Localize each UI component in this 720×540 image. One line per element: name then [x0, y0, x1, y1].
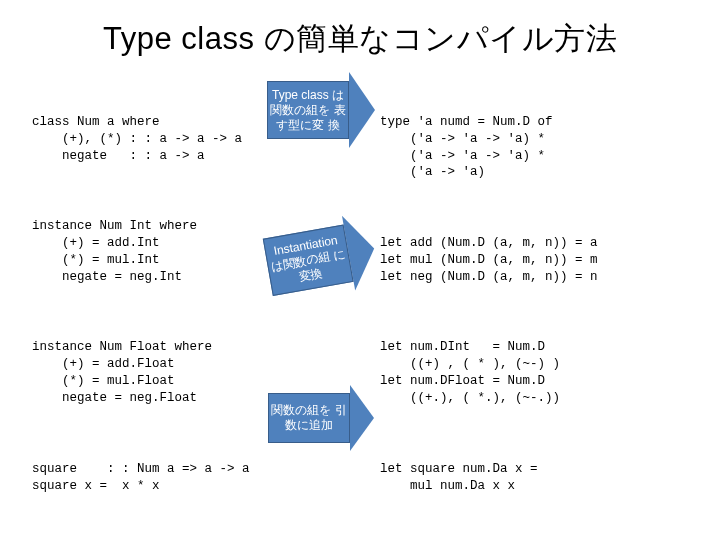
right-column: type 'a numd = Num.D of ('a -> 'a -> 'a)…	[380, 80, 688, 528]
code-class-num: class Num a where (+), (*) : : a -> a ->…	[32, 114, 262, 165]
middle-column: Type class は 関数の組を 表す型に変 換 Instantiation…	[266, 80, 376, 528]
arrow-add-arg: 関数の組を 引数に追加	[266, 385, 376, 451]
arrow-instantiation: Instantiation は関数の組 に変換	[266, 220, 376, 296]
arrow-typeclass: Type class は 関数の組を 表す型に変 換	[266, 72, 376, 148]
slide-title: Type class の簡単なコンパイル方法	[32, 18, 688, 60]
columns: class Num a where (+), (*) : : a -> a ->…	[32, 80, 688, 528]
arrow-add-arg-label: 関数の組を 引数に追加	[269, 403, 349, 433]
arrow-instantiation-label: Instantiation は関数の組 に変換	[265, 231, 352, 289]
code-let-square: let square num.Da x = mul num.Da x x	[380, 461, 688, 495]
code-instance-float: instance Num Float where (+) = add.Float…	[32, 339, 262, 407]
arrow-typeclass-label: Type class は 関数の組を 表す型に変 換	[268, 88, 348, 133]
code-instance-int: instance Num Int where (+) = add.Int (*)…	[32, 218, 262, 286]
code-type-numd: type 'a numd = Num.D of ('a -> 'a -> 'a)…	[380, 114, 688, 182]
code-let-add: let add (Num.D (a, m, n)) = a let mul (N…	[380, 235, 688, 286]
left-column: class Num a where (+), (*) : : a -> a ->…	[32, 80, 262, 528]
slide: Type class の簡単なコンパイル方法 class Num a where…	[0, 0, 720, 540]
code-square: square : : Num a => a -> a square x = x …	[32, 461, 262, 495]
code-let-numd: let num.DInt = Num.D ((+) , ( * ), (~-) …	[380, 339, 688, 407]
